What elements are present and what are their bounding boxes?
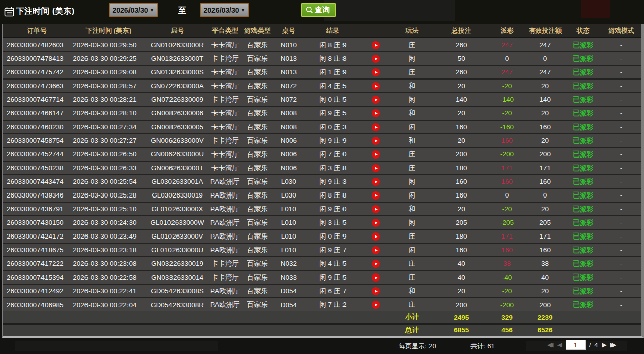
play-icon[interactable]: ▶ bbox=[372, 178, 380, 186]
game-mode-cell: - bbox=[601, 147, 641, 161]
play-icon[interactable]: ▶ bbox=[372, 82, 380, 90]
play-icon[interactable]: ▶ bbox=[372, 109, 380, 117]
table-no-cell: N006 bbox=[274, 161, 304, 175]
result-cell: 闲 0 庄 9 bbox=[304, 229, 362, 243]
order-no-cell: 260330007478413 bbox=[3, 52, 71, 65]
order-no-cell: 260330007460230 bbox=[3, 120, 71, 134]
payout-cell: -20 bbox=[489, 79, 525, 93]
table-row: 260330007482603 2026-03-30 00:29:50 GN01… bbox=[3, 38, 641, 52]
play-icon[interactable]: ▶ bbox=[372, 219, 380, 227]
game-mode-cell: - bbox=[601, 175, 641, 188]
game-mode-cell: - bbox=[601, 93, 641, 106]
play-icon[interactable]: ▶ bbox=[372, 164, 380, 172]
play-icon[interactable]: ▶ bbox=[372, 246, 380, 254]
valid-bet-cell: 140 bbox=[525, 93, 566, 106]
result-cell: 闲 9 庄 5 bbox=[304, 270, 362, 284]
game-mode-cell: - bbox=[601, 188, 641, 202]
valid-bet-cell: 20 bbox=[525, 202, 566, 216]
round-no-cell: GL0102633000U bbox=[146, 243, 208, 257]
round-no-cell: GN0722633000A bbox=[146, 79, 208, 93]
play-icon[interactable]: ▶ bbox=[372, 55, 380, 63]
replay-cell: ▶ bbox=[362, 298, 390, 311]
background-artifact bbox=[581, 0, 610, 18]
round-no-cell: GN0132633000T bbox=[146, 52, 208, 65]
grand-total-row: 总计 6855 456 6526 bbox=[3, 324, 641, 336]
table-no-cell: L030 bbox=[274, 188, 304, 202]
wager-type-cell: 庄 bbox=[390, 270, 434, 284]
table-no-cell: L030 bbox=[274, 175, 304, 188]
table-no-cell: N008 bbox=[274, 120, 304, 134]
game-mode-cell: - bbox=[601, 202, 641, 216]
date-from-select[interactable]: 2026/03/30 ▼ bbox=[109, 3, 158, 17]
result-cell: 闲 0 庄 3 bbox=[304, 120, 362, 134]
page-number-input[interactable] bbox=[566, 340, 586, 350]
total-pages-label: 4 bbox=[594, 341, 598, 349]
order-no-cell: 260330007424172 bbox=[3, 229, 71, 243]
play-icon[interactable]: ▶ bbox=[372, 41, 380, 49]
table-no-cell: N072 bbox=[274, 93, 304, 106]
wager-type-cell: 庄 bbox=[390, 257, 434, 270]
payout-cell: -20 bbox=[489, 202, 525, 216]
first-page-icon[interactable]: ◀◀ bbox=[547, 341, 553, 348]
round-no-cell: GN0132633000S bbox=[146, 65, 208, 79]
payout-cell: -200 bbox=[489, 298, 525, 311]
status-cell: 已派彩 bbox=[566, 284, 601, 298]
result-cell: 闲 7 庄 2 bbox=[304, 298, 362, 311]
total-bet-cell: 160 bbox=[434, 120, 489, 134]
header-platform-type: 平台类型 bbox=[209, 24, 241, 38]
play-icon[interactable]: ▶ bbox=[372, 287, 380, 295]
platform-type-cell: PA欧洲厅 bbox=[209, 298, 241, 311]
play-icon[interactable]: ▶ bbox=[372, 273, 380, 282]
total-bet-cell: 205 bbox=[434, 216, 489, 229]
payout-cell: -160 bbox=[489, 120, 525, 134]
total-bet-cell: 40 bbox=[434, 270, 489, 284]
play-icon[interactable]: ▶ bbox=[372, 150, 380, 159]
order-no-cell: 260330007452744 bbox=[3, 147, 71, 161]
prev-page-icon[interactable]: ◀ bbox=[557, 341, 562, 348]
wager-type-cell: 庄 bbox=[390, 161, 434, 175]
play-icon[interactable]: ▶ bbox=[372, 301, 380, 309]
play-icon[interactable]: ▶ bbox=[372, 191, 380, 200]
next-page-icon[interactable]: ▶ bbox=[602, 341, 607, 348]
search-button[interactable]: 查询 bbox=[301, 3, 336, 17]
round-no-cell: GL0102633000V bbox=[146, 229, 208, 243]
total-bet-cell: 20 bbox=[434, 79, 489, 93]
status-cell: 已派彩 bbox=[566, 65, 601, 79]
play-icon[interactable]: ▶ bbox=[372, 232, 380, 241]
status-cell: 已派彩 bbox=[566, 216, 601, 229]
valid-bet-cell: 200 bbox=[525, 147, 566, 161]
play-icon[interactable]: ▶ bbox=[372, 123, 380, 131]
background-artifact bbox=[15, 341, 218, 351]
play-icon[interactable]: ▶ bbox=[372, 96, 380, 104]
play-icon[interactable]: ▶ bbox=[372, 205, 380, 213]
play-icon[interactable]: ▶ bbox=[372, 68, 380, 76]
valid-bet-cell: 171 bbox=[525, 161, 566, 175]
play-icon[interactable]: ▶ bbox=[372, 137, 380, 145]
header-payout: 派彩 bbox=[489, 24, 525, 38]
chevron-down-icon: ▼ bbox=[241, 7, 246, 13]
header-order-no: 订单号 bbox=[3, 24, 71, 38]
last-page-icon[interactable]: ▶▶ bbox=[610, 341, 616, 348]
table-no-cell: L010 bbox=[274, 202, 304, 216]
valid-bet-cell: 20 bbox=[525, 134, 566, 147]
bet-time-cell: 2026-03-30 00:22:41 bbox=[71, 284, 146, 298]
play-icon[interactable]: ▶ bbox=[372, 260, 380, 268]
result-cell: 闲 8 庄 9 bbox=[304, 38, 362, 52]
bet-time-cell: 2026-03-30 00:28:21 bbox=[71, 93, 146, 106]
table-row: 260330007460230 2026-03-30 00:27:34 GN00… bbox=[3, 120, 641, 134]
bet-time-cell: 2026-03-30 00:26:33 bbox=[71, 161, 146, 175]
grand-total-payout: 456 bbox=[489, 324, 525, 336]
game-mode-cell: - bbox=[601, 298, 641, 311]
payout-cell: 171 bbox=[489, 229, 525, 243]
game-mode-cell: - bbox=[601, 284, 641, 298]
game-mode-cell: - bbox=[601, 38, 641, 52]
payout-cell: -200 bbox=[489, 147, 525, 161]
date-to-select[interactable]: 2026/03/30 ▼ bbox=[200, 3, 249, 17]
replay-cell: ▶ bbox=[362, 79, 390, 93]
table-row: 260330007475742 2026-03-30 00:29:08 GN01… bbox=[3, 65, 641, 79]
table-body: 260330007482603 2026-03-30 00:29:50 GN01… bbox=[3, 38, 641, 311]
table-row: 260330007466147 2026-03-30 00:28:10 GN00… bbox=[3, 106, 641, 120]
game-mode-cell: - bbox=[601, 243, 641, 257]
status-cell: 已派彩 bbox=[566, 147, 601, 161]
background-artifact bbox=[324, 0, 455, 21]
